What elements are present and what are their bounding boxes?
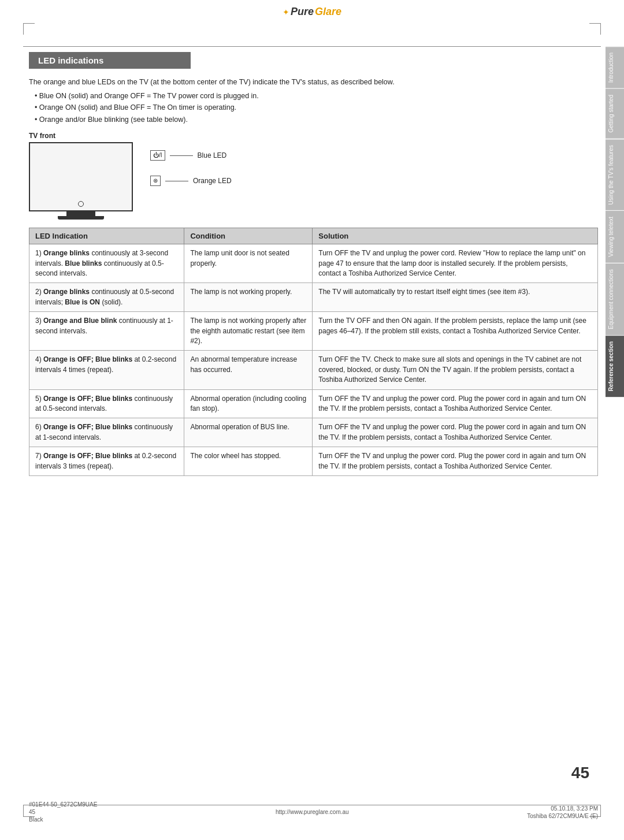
table-row: 7) Orange is OFF; Blue blinks at 0.2-sec…	[29, 447, 598, 476]
blue-led-icon: ⏻/I	[150, 150, 165, 161]
logo-star: ✦	[283, 8, 289, 17]
cell-solution: Turn OFF the TV and unplug the power cor…	[313, 389, 598, 418]
footer-left: #01E44-50_6272CM9UAE 45 Black	[29, 801, 97, 823]
main-content: LED indications The orange and blue LEDs…	[29, 52, 598, 802]
tv-diagram-label: TV front	[29, 132, 133, 140]
footer-color: Black	[29, 816, 97, 823]
orange-led-icon: ⊛	[150, 176, 161, 186]
table-row: 2) Orange blinks continuously at 0.5-sec…	[29, 283, 598, 312]
orange-led-symbol: ⊛	[153, 177, 158, 184]
indication-table: LED Indication Condition Solution 1) Ora…	[29, 228, 598, 476]
cell-indication: 4) Orange is OFF; Blue blinks at 0.2-sec…	[29, 351, 184, 389]
tv-diagram: TV front	[29, 132, 133, 220]
section-title: LED indications	[29, 52, 191, 69]
page-border-top	[23, 46, 601, 47]
corner-mark-tl	[23, 23, 35, 35]
footer-page-num: 45	[29, 809, 97, 815]
footer-right: 05.10.18, 3:23 PM Toshiba 62/72CM9UA/E (…	[527, 805, 598, 819]
cell-indication: 6) Orange is OFF; Blue blinks continuous…	[29, 418, 184, 447]
footer-center: http://www.pureglare.com.au	[276, 809, 349, 815]
footer-date: 05.10.18, 3:23 PM	[551, 805, 598, 812]
bullet-3: Orange and/or Blue blinking (see table b…	[35, 115, 598, 125]
cell-condition: The lamp is not working properly after t…	[184, 312, 313, 351]
cell-condition: An abnormal temperature increase has occ…	[184, 351, 313, 389]
tv-stand	[66, 211, 95, 216]
blue-led-line	[170, 155, 193, 156]
table-row: 5) Orange is OFF; Blue blinks continuous…	[29, 389, 598, 418]
logo: ✦ Pure Glare	[283, 6, 341, 18]
cell-condition: Abnormal operation (including cooling fa…	[184, 389, 313, 418]
logo-pure: Pure	[291, 6, 314, 18]
footer: #01E44-50_6272CM9UAE 45 Black http://www…	[29, 801, 598, 823]
bullet-2: Orange ON (solid) and Blue OFF = The On …	[35, 103, 598, 113]
tv-box	[29, 142, 133, 211]
blue-led-row: ⏻/I Blue LED	[150, 150, 232, 161]
th-led-indication: LED Indication	[29, 228, 184, 244]
intro-text: The orange and blue LEDs on the TV (at t…	[29, 77, 598, 88]
table-row: 3) Orange and Blue blink continuously at…	[29, 312, 598, 351]
led-labels-column: ⏻/I Blue LED ⊛ Orange LED	[150, 150, 232, 186]
cell-solution: The TV will automatically try to restart…	[313, 283, 598, 312]
footer-doc-id: #01E44-50_6272CM9UAE	[29, 801, 97, 808]
table-row: 1) Orange blinks continuously at 3-secon…	[29, 244, 598, 283]
cell-solution: Turn OFF the TV and unplug the power cor…	[313, 418, 598, 447]
tab-introduction[interactable]: Introduction	[606, 46, 624, 88]
tv-base	[58, 216, 104, 220]
th-condition: Condition	[184, 228, 313, 244]
table-row: 4) Orange is OFF; Blue blinks at 0.2-sec…	[29, 351, 598, 389]
cell-indication: 1) Orange blinks continuously at 3-secon…	[29, 244, 184, 283]
table-header-row: LED Indication Condition Solution	[29, 228, 598, 244]
tab-getting-started[interactable]: Getting started	[606, 88, 624, 139]
bullet-list: Blue ON (solid) and Orange OFF = The TV …	[35, 91, 598, 125]
cell-condition: Abnormal operation of BUS line.	[184, 418, 313, 447]
logo-glare: Glare	[315, 6, 341, 18]
orange-led-line	[165, 181, 188, 181]
cell-solution: Turn the TV OFF and then ON again. If th…	[313, 312, 598, 351]
tv-indicator	[78, 201, 84, 207]
tab-reference-section[interactable]: Reference section	[606, 335, 624, 397]
tab-viewing-teletext[interactable]: Viewing teletext	[606, 210, 624, 263]
tab-using-features[interactable]: Using the TV's features	[606, 139, 624, 210]
tv-diagram-area: TV front ⏻/I Blue LED ⊛	[29, 132, 598, 220]
cell-indication: 2) Orange blinks continuously at 0.5-sec…	[29, 283, 184, 312]
orange-led-row: ⊛ Orange LED	[150, 176, 232, 186]
footer-model: Toshiba 62/72CM9UA/E (E)	[527, 813, 598, 819]
table-row: 6) Orange is OFF; Blue blinks continuous…	[29, 418, 598, 447]
cell-condition: The color wheel has stopped.	[184, 447, 313, 476]
bullet-1: Blue ON (solid) and Orange OFF = The TV …	[35, 91, 598, 102]
blue-led-symbol: ⏻/I	[153, 152, 162, 159]
cell-indication: 3) Orange and Blue blink continuously at…	[29, 312, 184, 351]
blue-led-label: Blue LED	[198, 151, 227, 159]
cell-condition: The lamp unit door is not seated properl…	[184, 244, 313, 283]
cell-solution: Turn OFF the TV and unplug the power cor…	[313, 244, 598, 283]
sidebar-tabs: Introduction Getting started Using the T…	[606, 46, 624, 397]
tab-equipment-connections[interactable]: Equipment connections	[606, 263, 624, 335]
th-solution: Solution	[313, 228, 598, 244]
cell-condition: The lamp is not working properly.	[184, 283, 313, 312]
cell-indication: 7) Orange is OFF; Blue blinks at 0.2-sec…	[29, 447, 184, 476]
cell-indication: 5) Orange is OFF; Blue blinks continuous…	[29, 389, 184, 418]
corner-mark-tr	[589, 23, 601, 35]
orange-led-label: Orange LED	[193, 177, 232, 185]
cell-solution: Turn OFF the TV. Check to make sure all …	[313, 351, 598, 389]
cell-solution: Turn OFF the TV and unplug the power cor…	[313, 447, 598, 476]
